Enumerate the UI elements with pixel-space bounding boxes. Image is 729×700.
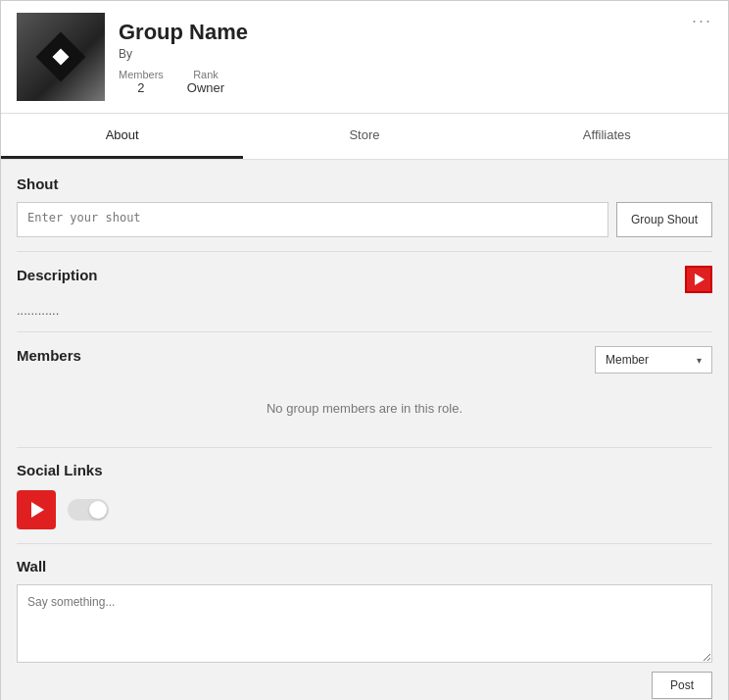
divider-4 [17,543,712,544]
content-area: Shout Group Shout Description ..........… [1,160,728,700]
wall-section: Wall Post [17,558,712,699]
members-value: 2 [137,80,144,95]
youtube-social-button[interactable] [17,490,56,529]
post-button[interactable]: Post [652,672,712,699]
group-logo-inner [36,32,86,82]
social-links-title: Social Links [17,462,103,478]
description-section: Description ............ [17,266,712,318]
chevron-down-icon: ▾ [697,355,702,366]
wall-textarea[interactable] [17,584,712,663]
divider-2 [17,331,712,332]
description-youtube-button[interactable] [685,266,712,293]
divider-3 [17,447,712,448]
group-logo [17,13,105,101]
shout-title: Shout [17,175,712,192]
members-empty-message: No group members are in this role. [17,383,712,433]
rank-label: Rank [193,69,219,80]
group-shout-button[interactable]: Group Shout [616,202,712,237]
rank-stat: Rank Owner [187,69,224,95]
tab-about[interactable]: About [1,114,243,159]
shout-row: Group Shout [17,202,712,237]
wall-input-wrapper [17,584,712,666]
page-container: ··· Group Name By Members 2 Rank Owner A… [0,0,729,700]
social-links-section: Social Links [17,462,712,529]
group-by: By [119,47,248,61]
youtube-social-play-icon [31,502,44,518]
member-role-dropdown[interactable]: Member ▾ [595,346,712,374]
more-options-icon[interactable]: ··· [692,11,712,31]
members-title: Members [17,347,81,364]
youtube-play-icon [695,274,705,285]
description-header: Description [17,266,712,293]
members-label: Members [119,69,164,80]
description-title: Description [17,267,98,283]
header-info: Group Name By Members 2 Rank Owner [119,20,248,95]
header: ··· Group Name By Members 2 Rank Owner [1,1,728,114]
wall-post-row: Post [17,672,712,699]
description-text: ............ [17,303,712,318]
header-stats: Members 2 Rank Owner [119,69,248,95]
tabs: About Store Affiliates [1,114,728,160]
tab-affiliates[interactable]: Affiliates [486,114,728,159]
members-stat: Members 2 [119,69,164,95]
members-header: Members Member ▾ [17,346,712,374]
shout-input[interactable] [17,202,608,237]
members-section: Members Member ▾ No group members are in… [17,346,712,433]
tab-store[interactable]: Store [243,114,485,159]
social-toggle[interactable] [68,499,109,521]
group-name: Group Name [119,20,248,45]
rank-value: Owner [187,80,224,95]
wall-title: Wall [17,558,46,575]
dropdown-label: Member [606,353,649,367]
shout-section: Shout Group Shout [17,175,712,237]
social-icons-row [17,490,712,529]
divider-1 [17,251,712,252]
